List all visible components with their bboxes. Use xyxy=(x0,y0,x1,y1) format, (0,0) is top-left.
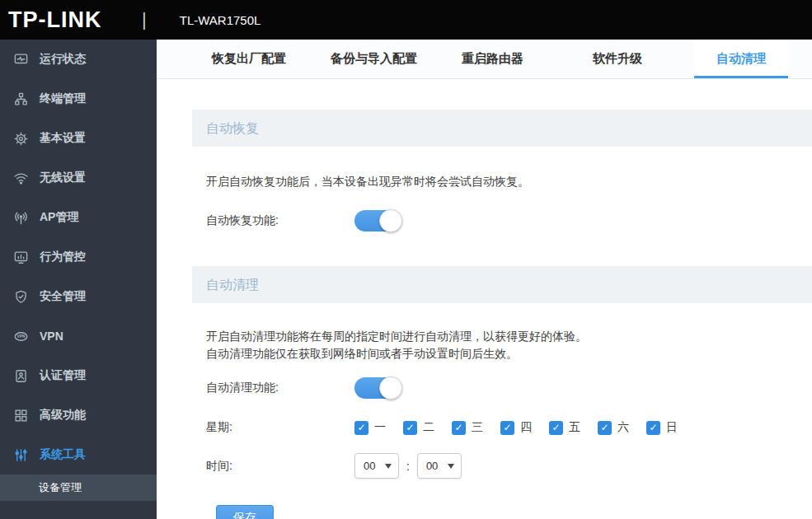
tab-auto-clean[interactable]: 自动清理 xyxy=(694,40,788,78)
sidebar-item-advanced-features[interactable]: 高级功能 xyxy=(0,395,157,435)
sidebar-item-label: AP管理 xyxy=(40,210,78,225)
sidebar-item-terminal-management[interactable]: 终端管理 xyxy=(0,79,157,119)
shield-icon xyxy=(12,288,29,305)
sidebar-item-label: 基本设置 xyxy=(40,131,86,146)
weekday-row: 星期: 一 二 三 四 xyxy=(206,420,812,435)
auto-recovery-toggle-row: 自动恢复功能: xyxy=(206,210,812,231)
sidebar-item-label: 行为管控 xyxy=(40,250,86,264)
sidebar-item-ap-management[interactable]: AP管理 xyxy=(0,198,157,237)
checkbox-checked-icon xyxy=(452,421,466,435)
weekday-label: 六 xyxy=(617,420,629,435)
model-name: TL-WAR1750L xyxy=(180,13,261,27)
weekday-label: 二 xyxy=(423,420,434,435)
save-button[interactable]: 保存 xyxy=(216,505,274,519)
auto-recovery-description: 开启自动恢复功能后，当本设备出现异常时将会尝试自动恢复。 xyxy=(206,173,812,190)
behavior-monitor-icon xyxy=(12,249,29,265)
minute-value: 00 xyxy=(426,460,438,472)
time-row-label: 时间: xyxy=(206,459,354,474)
sidebar-item-label: VPN xyxy=(40,330,63,343)
sidebar-item-wireless-settings[interactable]: 无线设置 xyxy=(0,158,157,198)
weekday-label: 五 xyxy=(569,420,580,435)
sidebar-item-label: 系统工具 xyxy=(40,447,86,462)
id-badge-icon xyxy=(12,367,29,384)
toggle-knob xyxy=(379,376,402,400)
auto-clean-description-line2: 自动清理功能仅在获取到网络时间或者手动设置时间后生效。 xyxy=(206,347,518,360)
weekday-checkbox-sat[interactable]: 六 xyxy=(598,420,629,435)
sidebar-item-system-tools[interactable]: 系统工具 xyxy=(0,435,157,475)
tab-backup-import[interactable]: 备份与导入配置 xyxy=(308,40,439,78)
monitor-pulse-icon xyxy=(12,51,29,68)
sidebar-item-label: 无线设置 xyxy=(40,171,86,185)
time-row: 时间: 00 : 00 xyxy=(206,453,812,479)
tab-reboot-router[interactable]: 重启路由器 xyxy=(439,40,546,78)
sidebar-item-label: 终端管理 xyxy=(40,91,86,106)
minute-select[interactable]: 00 xyxy=(417,453,462,479)
top-header: TP-LINK | TL-WAR1750L xyxy=(0,0,812,40)
auto-clean-toggle-row: 自动清理功能: xyxy=(206,377,812,399)
sidebar-subitem-device-management[interactable]: 设备管理 xyxy=(0,475,157,501)
sidebar-item-label: 安全管理 xyxy=(40,289,86,304)
sidebar-item-auth-management[interactable]: 认证管理 xyxy=(0,356,157,395)
auto-clean-toggle[interactable] xyxy=(354,377,401,399)
hour-value: 00 xyxy=(364,460,375,472)
tab-bar: 恢复出厂配置 备份与导入配置 重启路由器 软件升级 自动清理 xyxy=(157,40,812,79)
sidebar-item-label: 高级功能 xyxy=(40,408,86,423)
auto-recovery-toggle-label: 自动恢复功能: xyxy=(206,213,354,228)
hour-select[interactable]: 00 xyxy=(354,453,399,479)
dropdown-arrow-icon xyxy=(385,464,392,469)
weekday-label: 三 xyxy=(472,420,483,435)
dropdown-arrow-icon xyxy=(448,464,454,469)
sidebar-item-behavior-control[interactable]: 行为管控 xyxy=(0,237,157,277)
weekday-checkbox-fri[interactable]: 五 xyxy=(549,420,580,435)
toggle-knob xyxy=(379,209,402,232)
section-title-auto-recovery: 自动恢复 xyxy=(192,110,812,147)
sidebar-item-running-status[interactable]: 运行状态 xyxy=(0,40,157,79)
sliders-icon xyxy=(12,447,29,463)
weekday-label: 日 xyxy=(666,420,678,435)
weekday-label: 一 xyxy=(374,420,386,435)
weekday-checkbox-sun[interactable]: 日 xyxy=(646,420,678,435)
grid-squares-icon xyxy=(12,407,29,423)
sidebar-item-label: 运行状态 xyxy=(40,52,86,67)
sidebar-item-security-management[interactable]: 安全管理 xyxy=(0,277,157,316)
checkbox-checked-icon xyxy=(500,421,514,435)
antenna-icon xyxy=(12,209,29,226)
weekday-checkbox-thu[interactable]: 四 xyxy=(500,420,532,435)
sidebar: 运行状态 终端管理 基本设置 无线设置 AP管理 行为管控 安全 xyxy=(0,40,157,519)
time-separator: : xyxy=(406,460,410,473)
weekday-checkbox-wed[interactable]: 三 xyxy=(452,420,483,435)
sidebar-item-label: 认证管理 xyxy=(40,368,86,383)
wifi-icon xyxy=(12,170,29,186)
auto-clean-description-line1: 开启自动清理功能将在每周的指定时间进行自动清理，以获得更好的体验。 xyxy=(206,330,587,343)
tab-factory-reset[interactable]: 恢复出厂配置 xyxy=(190,40,308,78)
weekday-row-label: 星期: xyxy=(206,420,354,435)
sidebar-item-basic-settings[interactable]: 基本设置 xyxy=(0,119,157,158)
checkbox-checked-icon xyxy=(549,421,563,435)
network-topology-icon xyxy=(12,91,29,107)
weekday-checkbox-group: 一 二 三 四 五 xyxy=(354,420,695,435)
checkbox-checked-icon xyxy=(598,421,612,435)
svg-text:VPN: VPN xyxy=(16,334,26,339)
weekday-label: 四 xyxy=(520,420,532,435)
tp-link-logo: TP-LINK xyxy=(0,7,138,33)
weekday-checkbox-mon[interactable]: 一 xyxy=(354,420,386,435)
gear-icon xyxy=(12,130,29,147)
tab-firmware-upgrade[interactable]: 软件升级 xyxy=(570,40,664,78)
sidebar-subitem-label: 设备管理 xyxy=(39,480,82,495)
logo-separator: | xyxy=(138,9,150,30)
checkbox-checked-icon xyxy=(646,421,660,435)
content-area: 自动恢复 开启自动恢复功能后，当本设备出现异常时将会尝试自动恢复。 自动恢复功能… xyxy=(157,79,812,519)
weekday-checkbox-tue[interactable]: 二 xyxy=(403,420,434,435)
checkbox-checked-icon xyxy=(354,421,368,435)
section-title-auto-clean: 自动清理 xyxy=(192,266,812,303)
sidebar-item-vpn[interactable]: VPN VPN xyxy=(0,316,157,356)
main-panel: 恢复出厂配置 备份与导入配置 重启路由器 软件升级 自动清理 自动恢复 开启自动… xyxy=(157,40,812,519)
auto-recovery-toggle[interactable] xyxy=(354,210,401,231)
checkbox-checked-icon xyxy=(403,421,417,435)
auto-clean-toggle-label: 自动清理功能: xyxy=(206,381,354,395)
vpn-icon: VPN xyxy=(12,328,29,344)
auto-clean-description: 开启自动清理功能将在每周的指定时间进行自动清理，以获得更好的体验。 自动清理功能… xyxy=(206,328,812,362)
